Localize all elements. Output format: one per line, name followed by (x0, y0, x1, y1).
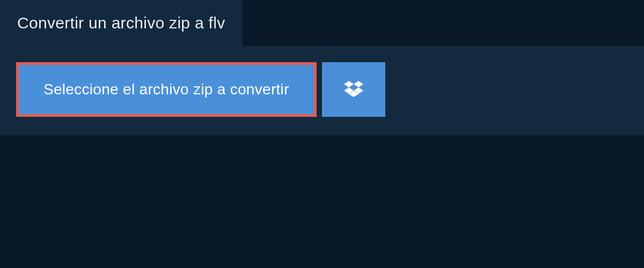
dropbox-icon (344, 79, 363, 100)
select-file-button[interactable]: Seleccione el archivo zip a convertir (19, 65, 314, 114)
upload-panel: Seleccione el archivo zip a convertir (0, 46, 644, 135)
select-file-label: Seleccione el archivo zip a convertir (43, 81, 289, 98)
button-row: Seleccione el archivo zip a convertir (16, 62, 628, 117)
select-file-highlight: Seleccione el archivo zip a convertir (16, 62, 317, 117)
dropbox-button[interactable] (322, 62, 385, 117)
page-title: Convertir un archivo zip a flv (0, 0, 243, 46)
page-title-text: Convertir un archivo zip a flv (17, 14, 225, 32)
